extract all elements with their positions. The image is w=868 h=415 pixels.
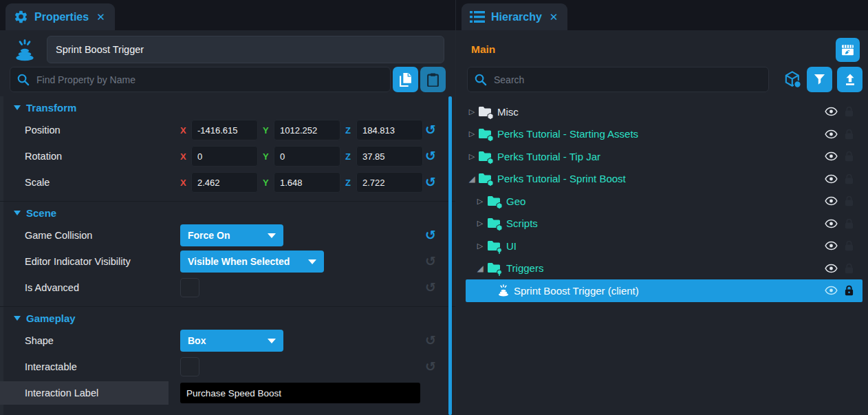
eye-icon[interactable] <box>825 129 838 139</box>
tree-item-geo[interactable]: ▷ Geo <box>466 190 862 213</box>
scrollbar[interactable] <box>448 96 452 415</box>
axis-x-label: X <box>180 125 191 136</box>
chevron-right-icon[interactable]: ▷ <box>468 107 476 116</box>
property-label: Game Collision <box>25 230 180 241</box>
section-transform: Transform Position X Y Z ↺ Rotation <box>0 96 455 195</box>
scale-y-input[interactable] <box>274 172 340 193</box>
eye-icon[interactable] <box>825 241 838 251</box>
networked-cube-icon[interactable] <box>784 71 802 89</box>
property-label: Shape <box>25 335 180 346</box>
filter-button[interactable] <box>807 67 832 92</box>
position-y-input[interactable] <box>274 120 340 140</box>
reset-icon[interactable]: ↺ <box>425 175 436 189</box>
tree-item-perks-starting-assets[interactable]: ▷ Perks Tutorial - Starting Assets <box>466 123 862 146</box>
eye-icon[interactable] <box>825 107 838 116</box>
upload-button[interactable] <box>837 67 862 92</box>
tab-hierarchy[interactable]: Hierarchy ✕ <box>462 3 567 30</box>
rotation-y-input[interactable] <box>274 146 340 167</box>
chevron-right-icon[interactable]: ▷ <box>468 129 476 138</box>
object-name-input[interactable] <box>47 36 444 63</box>
chevron-down-icon <box>14 316 21 321</box>
scale-x-input[interactable] <box>191 172 258 193</box>
tree-item-perks-sprint-boost[interactable]: ◢ Perks Tutorial - Sprint Boost <box>466 168 862 191</box>
eye-icon[interactable] <box>825 174 838 184</box>
hierarchy-search-input[interactable] <box>467 67 769 92</box>
reset-icon[interactable]: ↺ <box>425 255 436 268</box>
pin-badge-icon <box>496 269 503 276</box>
lock-icon[interactable] <box>845 195 854 206</box>
chevron-right-icon[interactable]: ▷ <box>468 152 476 161</box>
rotation-x-input[interactable] <box>191 146 258 167</box>
paste-properties-button[interactable] <box>420 67 446 92</box>
chevron-expanded-icon[interactable]: ◢ <box>476 264 484 273</box>
section-gameplay-header[interactable]: Gameplay <box>0 308 455 328</box>
reset-icon[interactable]: ↺ <box>425 149 436 162</box>
scale-z-input[interactable] <box>356 172 423 193</box>
interactable-checkbox[interactable] <box>180 357 199 376</box>
tree-item-ui[interactable]: ▷ UI <box>466 235 862 257</box>
axis-y-label: Y <box>263 178 274 188</box>
section-title: Gameplay <box>26 312 76 324</box>
lock-icon[interactable] <box>845 240 854 251</box>
eye-icon[interactable] <box>825 196 838 206</box>
tree-item-perks-tip-jar[interactable]: ▷ Perks Tutorial - Tip Jar <box>466 145 862 168</box>
find-property-input[interactable] <box>10 67 391 92</box>
copy-properties-button[interactable] <box>393 67 418 92</box>
interaction-label-input[interactable] <box>180 383 420 403</box>
lock-locked-icon[interactable] <box>845 285 854 296</box>
eye-icon[interactable] <box>825 151 838 161</box>
chevron-down-icon <box>268 339 276 343</box>
close-icon[interactable]: ✕ <box>550 11 558 23</box>
search-icon <box>474 73 487 86</box>
property-label: Position <box>25 125 180 136</box>
cube-badge-icon <box>496 202 503 209</box>
lock-icon[interactable] <box>845 173 854 184</box>
lock-icon[interactable] <box>845 263 854 274</box>
property-label: Is Advanced <box>25 282 180 293</box>
close-icon[interactable]: ✕ <box>96 11 105 23</box>
eye-icon[interactable] <box>825 219 838 228</box>
reset-icon[interactable]: ↺ <box>425 123 436 136</box>
axis-y-label: Y <box>263 125 274 136</box>
is-advanced-checkbox[interactable] <box>180 278 199 297</box>
section-transform-header[interactable]: Transform <box>0 98 455 117</box>
shape-dropdown[interactable]: Box <box>180 330 283 352</box>
tree-item-misc[interactable]: ▷ Misc <box>466 100 862 123</box>
chevron-expanded-icon[interactable]: ◢ <box>468 174 476 184</box>
eye-icon[interactable] <box>825 286 838 295</box>
property-row-game-collision: Game Collision Force On ↺ <box>0 222 455 248</box>
chevron-right-icon[interactable]: ▷ <box>476 219 484 228</box>
chevron-right-icon[interactable]: ▷ <box>476 242 484 251</box>
property-label: Scale <box>25 177 180 188</box>
search-icon <box>17 73 30 86</box>
axis-z-label: Z <box>345 178 356 188</box>
reset-icon[interactable]: ↺ <box>425 281 436 294</box>
editor-indicator-visibility-dropdown[interactable]: Visible When Selected <box>180 251 324 273</box>
section-scene-header[interactable]: Scene <box>0 203 455 222</box>
game-collision-dropdown[interactable]: Force On <box>180 224 283 246</box>
property-sections: Transform Position X Y Z ↺ Rotation <box>0 96 455 415</box>
axis-y-label: Y <box>263 151 274 162</box>
tree-item-triggers[interactable]: ◢ Triggers <box>466 257 862 280</box>
eye-icon[interactable] <box>825 264 838 273</box>
chevron-right-icon[interactable]: ▷ <box>476 197 484 206</box>
position-z-input[interactable] <box>356 120 423 140</box>
lock-icon[interactable] <box>845 106 854 117</box>
rotation-z-input[interactable] <box>356 146 423 167</box>
tree-item-sprint-boost-trigger-client[interactable]: Sprint Boost Trigger (client) <box>466 279 862 302</box>
dropdown-value: Box <box>188 335 206 346</box>
tab-hierarchy-label: Hierarchy <box>491 11 542 23</box>
section-scene: Scene Game Collision Force On ↺ Editor I… <box>0 201 455 301</box>
tree-item-scripts[interactable]: ▷ Scripts <box>466 213 862 235</box>
position-x-input[interactable] <box>191 120 258 140</box>
lock-icon[interactable] <box>845 129 854 140</box>
reset-icon[interactable]: ↺ <box>425 334 436 347</box>
lock-icon[interactable] <box>845 218 854 229</box>
scene-name-label: Main <box>471 43 495 56</box>
reset-icon[interactable]: ↺ <box>425 360 436 373</box>
scene-preview-button[interactable] <box>836 38 860 62</box>
reset-icon[interactable]: ↺ <box>425 228 436 242</box>
tab-properties[interactable]: Properties ✕ <box>6 3 115 30</box>
hierarchy-body: Main ▷ <box>456 30 868 415</box>
lock-icon[interactable] <box>845 151 854 162</box>
